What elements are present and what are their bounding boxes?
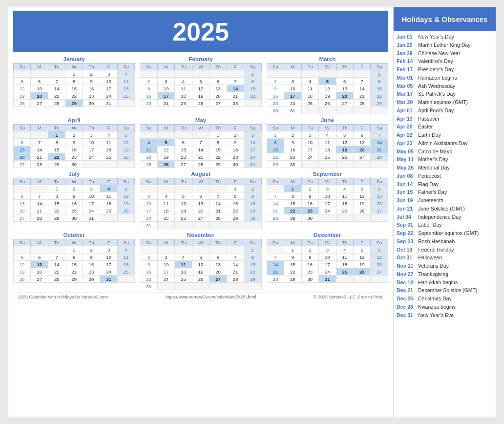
day-cell: 30: [65, 161, 83, 168]
holiday-item: Sep 22September equinox (GMT): [397, 230, 493, 237]
day-cell: 3: [319, 246, 336, 254]
empty-cell: [371, 161, 388, 168]
day-cell: 13: [371, 254, 388, 261]
day-cell: 24: [100, 92, 117, 100]
day-cell: 20: [336, 92, 353, 100]
day-cell: 29: [267, 161, 284, 168]
empty-cell: [354, 161, 371, 168]
empty-cell: [284, 70, 301, 78]
holiday-date: Feb 14: [397, 58, 418, 65]
day-cell: 30: [227, 161, 244, 168]
empty-cell: [227, 70, 244, 78]
empty-cell: [227, 246, 244, 254]
month-table: SuMTuWThFSa12345678910111213141516171819…: [13, 239, 135, 283]
holiday-name: Christmas Day: [418, 295, 452, 303]
empty-cell: [31, 185, 48, 192]
month-table: SuMTuWThFSa12345678910111213141516171819…: [13, 63, 135, 107]
day-cell: 13: [192, 200, 209, 207]
month-table: SuMTuWThFSa12345678910111213141516171819…: [140, 124, 261, 168]
day-cell: 14: [192, 146, 209, 153]
day-cell: 24: [319, 207, 336, 214]
month-title: November: [140, 232, 261, 238]
day-cell: 21: [210, 207, 227, 214]
day-cell: 26: [157, 161, 174, 168]
month-title: April: [13, 117, 135, 123]
day-cell: 21: [227, 268, 244, 276]
day-cell: 4: [157, 192, 174, 200]
month-table: SuMTuWThFSa12345678910111213141516171819…: [267, 63, 388, 114]
month-block: NovemberSuMTuWThFSa123456789101112131415…: [140, 232, 261, 290]
day-cell: 15: [210, 146, 227, 153]
holiday-name: Halloween: [418, 254, 442, 262]
holiday-date: Dec 31: [397, 312, 418, 319]
day-cell: 8: [48, 192, 65, 200]
day-cell: 4: [301, 78, 318, 85]
empty-cell: [371, 107, 388, 114]
day-cell: 13: [14, 200, 31, 207]
holiday-item: Nov 27Thanksgiving: [397, 271, 493, 278]
day-cell: 26: [354, 207, 371, 214]
holiday-date: Jan 01: [397, 33, 418, 41]
day-cell: 1: [65, 70, 83, 78]
day-cell: 24: [100, 268, 117, 276]
month-table: SuMTuWThFSa12345678910111213141516171819…: [140, 239, 261, 290]
day-cell: 7: [227, 78, 244, 85]
day-cell: 2: [244, 185, 262, 192]
empty-cell: [319, 214, 336, 222]
day-cell: 11: [319, 139, 336, 146]
day-cell: 27: [371, 207, 388, 214]
holiday-item: Oct 13Federal Holiday: [397, 246, 493, 254]
holiday-item: Jan 20Martin Luther King Day: [397, 42, 493, 49]
day-cell: 14: [31, 146, 48, 153]
day-cell: 28: [31, 161, 48, 168]
month-block: AprilSuMTuWThFSa123456789101112131415161…: [13, 117, 135, 168]
holiday-item: Apr 13Passover: [397, 115, 493, 123]
empty-cell: [336, 70, 353, 78]
month-block: MaySuMTuWThFSa12345678910111213141516171…: [140, 117, 261, 168]
empty-cell: [192, 131, 209, 139]
holiday-item: Feb 14Valentine's Day: [397, 58, 493, 65]
holiday-item: Mar 20March equinox (GMT): [397, 99, 493, 106]
day-cell: 25: [100, 207, 117, 214]
month-table: SuMTuWThFSa12345678910111213141516171819…: [13, 124, 135, 168]
day-cell: 3: [319, 185, 336, 192]
day-cell: 22: [244, 268, 262, 276]
day-cell: 29: [227, 214, 244, 222]
day-cell: 12: [192, 85, 209, 92]
month-title: February: [140, 56, 261, 62]
day-cell: 3: [284, 78, 301, 85]
holiday-date: Nov 27: [397, 271, 418, 278]
day-cell: 14: [371, 139, 388, 146]
day-cell: 15: [65, 261, 83, 268]
holiday-name: Chinese New Year: [418, 50, 460, 58]
empty-cell: [14, 185, 31, 192]
day-cell: 16: [83, 85, 100, 92]
day-cell: 5: [117, 185, 135, 192]
day-cell: 29: [48, 161, 65, 168]
day-cell: 29: [371, 100, 388, 107]
empty-cell: [14, 246, 31, 254]
day-cell: 15: [267, 146, 284, 153]
day-cell: 18: [301, 92, 318, 100]
holiday-name: Independence Day: [418, 213, 461, 221]
holiday-name: Pentecost: [418, 172, 441, 180]
day-cell: 3: [140, 192, 157, 200]
day-cell: 22: [284, 268, 301, 276]
day-cell: 17: [83, 146, 100, 153]
day-cell: 6: [210, 78, 227, 85]
day-cell: 23: [301, 268, 318, 276]
day-cell: 2: [301, 185, 318, 192]
day-cell: 25: [100, 153, 117, 161]
holiday-date: Mar 17: [397, 90, 418, 98]
day-cell: 16: [140, 268, 157, 276]
months-grid: JanuarySuMTuWThFSa1234567891011121314151…: [13, 56, 388, 290]
holiday-date: Nov 11: [397, 262, 418, 270]
day-cell: 23: [227, 153, 244, 161]
holiday-name: Juneteenth: [418, 197, 443, 205]
day-cell: 30: [301, 214, 318, 222]
day-cell: 15: [48, 200, 65, 207]
month-table: SuMTuWThFSa12345678910111213141516171819…: [267, 239, 388, 283]
holiday-item: Dec 14Hanukkah begins: [397, 279, 493, 287]
empty-cell: [31, 70, 48, 78]
day-cell: 7: [210, 192, 227, 200]
